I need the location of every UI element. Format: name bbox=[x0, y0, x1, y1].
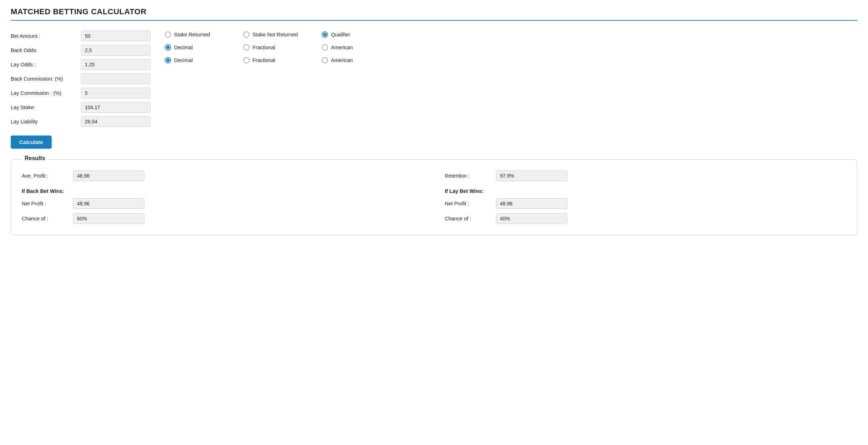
back-american-option[interactable]: American bbox=[322, 44, 379, 51]
lay-commission-label: Lay Commission : (%) bbox=[11, 90, 77, 96]
back-chance-input[interactable] bbox=[73, 213, 144, 224]
stake-not-returned-label: Stake Not Returned bbox=[252, 32, 298, 37]
stake-returned-option[interactable]: Stake Returned bbox=[165, 31, 222, 38]
back-american-label: American bbox=[331, 45, 353, 50]
lay-decimal-option[interactable]: Decimal bbox=[165, 57, 222, 63]
bet-amount-row: Bet Amount : bbox=[11, 31, 150, 41]
radio-row-3: Decimal Fractional American bbox=[165, 57, 379, 63]
back-decimal-label: Decimal bbox=[174, 45, 193, 50]
lay-commission-row: Lay Commission : (%) bbox=[11, 88, 150, 98]
radio-row-1: Stake Returned Stake Not Returned Qualif… bbox=[165, 31, 379, 38]
qualifier-label: Qualifier bbox=[331, 32, 350, 37]
lay-odds-label: Lay Odds : bbox=[11, 62, 77, 67]
back-decimal-radio[interactable] bbox=[165, 44, 171, 51]
results-legend: Results bbox=[22, 155, 48, 162]
lay-fractional-radio[interactable] bbox=[243, 57, 250, 63]
back-chance-row: Chance of : bbox=[22, 213, 423, 224]
back-wins-title: If Back Bet Wins: bbox=[22, 188, 423, 194]
bet-amount-label: Bet Amount : bbox=[11, 33, 77, 39]
back-odds-row: Back Odds: bbox=[11, 45, 150, 56]
back-net-profit-label: Net Profit : bbox=[22, 201, 68, 206]
retention-label: Retention : bbox=[445, 173, 491, 179]
stake-returned-label: Stake Returned bbox=[174, 32, 210, 37]
avg-profit-label: Ave. Profit : bbox=[22, 173, 68, 179]
avg-profit-row: Ave. Profit : bbox=[22, 170, 423, 181]
back-commission-row: Back Commission: (%) bbox=[11, 73, 150, 84]
lay-american-option[interactable]: American bbox=[322, 57, 379, 63]
lay-fractional-option[interactable]: Fractional bbox=[243, 57, 300, 63]
lay-net-profit-label: Net Profit : bbox=[445, 201, 491, 206]
back-net-profit-input[interactable] bbox=[73, 198, 144, 209]
back-commission-label: Back Commission: (%) bbox=[11, 76, 77, 82]
qualifier-radio[interactable] bbox=[322, 31, 328, 38]
lay-commission-input[interactable] bbox=[81, 88, 150, 98]
lay-liability-input[interactable] bbox=[81, 116, 150, 127]
back-decimal-option[interactable]: Decimal bbox=[165, 44, 222, 51]
lay-chance-row: Chance of : bbox=[445, 213, 846, 224]
back-net-profit-row: Net Profit : bbox=[22, 198, 423, 209]
lay-stake-input[interactable] bbox=[81, 102, 150, 113]
retention-input[interactable] bbox=[496, 170, 567, 181]
back-commission-input[interactable] bbox=[81, 73, 150, 84]
right-section: Stake Returned Stake Not Returned Qualif… bbox=[165, 31, 379, 127]
lay-net-profit-input[interactable] bbox=[496, 198, 567, 209]
lay-chance-input[interactable] bbox=[496, 213, 567, 224]
results-inner: Ave. Profit : If Back Bet Wins: Net Prof… bbox=[22, 170, 846, 224]
left-section: Bet Amount : Back Odds: Lay Odds : Back … bbox=[11, 31, 150, 127]
back-fractional-label: Fractional bbox=[252, 45, 275, 50]
back-american-radio[interactable] bbox=[322, 44, 328, 51]
lay-chance-label: Chance of : bbox=[445, 216, 491, 221]
main-form: Bet Amount : Back Odds: Lay Odds : Back … bbox=[11, 31, 857, 127]
qualifier-option[interactable]: Qualifier bbox=[322, 31, 379, 38]
results-right: Retention : If Lay Bet Wins: Net Profit … bbox=[445, 170, 846, 224]
back-odds-input[interactable] bbox=[81, 45, 150, 56]
lay-decimal-label: Decimal bbox=[174, 57, 193, 63]
back-fractional-option[interactable]: Fractional bbox=[243, 44, 300, 51]
lay-stake-row: Lay Stake: bbox=[11, 102, 150, 113]
lay-odds-input[interactable] bbox=[81, 59, 150, 70]
back-chance-label: Chance of : bbox=[22, 216, 68, 221]
lay-american-radio[interactable] bbox=[322, 57, 328, 63]
lay-liability-label: Lay Liability bbox=[11, 119, 77, 124]
calculate-button[interactable]: Calculate bbox=[11, 135, 52, 149]
stake-returned-radio[interactable] bbox=[165, 31, 171, 38]
lay-net-profit-row: Net Profit : bbox=[445, 198, 846, 209]
lay-stake-label: Lay Stake: bbox=[11, 104, 77, 110]
lay-liability-row: Lay Liability bbox=[11, 116, 150, 127]
back-fractional-radio[interactable] bbox=[243, 44, 250, 51]
lay-american-label: American bbox=[331, 57, 353, 63]
results-left: Ave. Profit : If Back Bet Wins: Net Prof… bbox=[22, 170, 423, 224]
lay-wins-title: If Lay Bet Wins: bbox=[445, 188, 846, 194]
page-title: MATCHED BETTING CALCULATOR bbox=[11, 7, 857, 16]
bet-amount-input[interactable] bbox=[81, 31, 150, 41]
stake-not-returned-radio[interactable] bbox=[243, 31, 250, 38]
title-divider bbox=[11, 20, 857, 21]
lay-fractional-label: Fractional bbox=[252, 57, 275, 63]
back-odds-label: Back Odds: bbox=[11, 47, 77, 53]
stake-not-returned-option[interactable]: Stake Not Returned bbox=[243, 31, 300, 38]
results-section: Results Ave. Profit : If Back Bet Wins: … bbox=[11, 159, 857, 235]
retention-row: Retention : bbox=[445, 170, 846, 181]
avg-profit-input[interactable] bbox=[73, 170, 144, 181]
radio-row-2: Decimal Fractional American bbox=[165, 44, 379, 51]
lay-decimal-radio[interactable] bbox=[165, 57, 171, 63]
lay-odds-row: Lay Odds : bbox=[11, 59, 150, 70]
